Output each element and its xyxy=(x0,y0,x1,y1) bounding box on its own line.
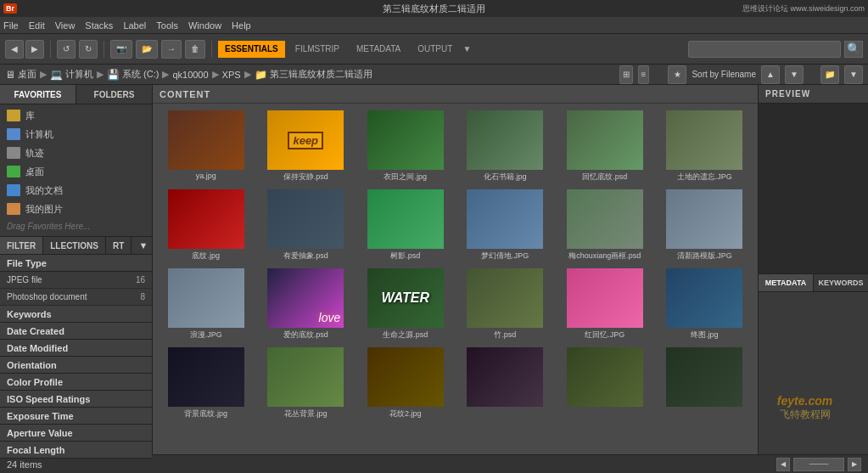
search-input[interactable] xyxy=(688,41,841,58)
fav-pictures[interactable]: 我的图片 xyxy=(0,200,152,218)
tab-filmstrip[interactable]: FILMSTRIP xyxy=(288,41,346,58)
thumb-love-abstract[interactable]: 有爱抽象.psd xyxy=(258,188,355,263)
tab-essentials[interactable]: ESSENTIALS xyxy=(218,41,285,58)
path-xps[interactable]: XPS xyxy=(222,70,241,80)
thumb-label-texture: 底纹.jpg xyxy=(192,251,220,262)
site-info: 思维设计论坛 www.siweidesign.com xyxy=(742,3,865,14)
back-button[interactable]: ◀ xyxy=(5,40,24,59)
fav-track[interactable]: 轨迹 xyxy=(0,144,152,162)
focal-header[interactable]: Focal Length xyxy=(0,442,152,459)
thumb-texture[interactable]: 底纹.jpg xyxy=(158,188,255,263)
thumb-flowers[interactable]: 花丛背景.jpg xyxy=(258,346,355,421)
thumb-love-texture[interactable]: love 爱的底纹.psd xyxy=(258,267,355,342)
exposure-header[interactable]: Exposure Time xyxy=(0,408,152,425)
sort-asc-button[interactable]: ▲ xyxy=(761,65,780,84)
thumb-ya[interactable]: ya.jpg xyxy=(158,109,255,184)
filter-psd[interactable]: Photoshop document 8 xyxy=(0,289,152,306)
tab-metadata[interactable]: METADATA xyxy=(350,41,407,58)
thumb-extra1[interactable] xyxy=(457,346,554,421)
thumb-red-memory[interactable]: 红回忆.JPG xyxy=(557,267,653,342)
star-button[interactable]: ★ xyxy=(668,65,686,84)
filter-tab-collections[interactable]: LLECTIONS xyxy=(43,237,106,254)
path-computer[interactable]: 💻 计算机 xyxy=(50,68,93,81)
menu-view[interactable]: View xyxy=(55,20,76,31)
thumb-bamboo[interactable]: 竹.psd xyxy=(457,267,554,342)
thumb-plum[interactable]: 梅chouxiang画框.psd xyxy=(557,188,653,263)
filter-tab-filter[interactable]: FILTER xyxy=(0,237,43,254)
thumb-end[interactable]: 终图.jpg xyxy=(657,267,753,342)
thumb-soil[interactable]: 土地的遗忘.JPG xyxy=(657,109,753,184)
status-icon-1[interactable]: ◀ xyxy=(776,458,790,471)
tab-folders[interactable]: FOLDERS xyxy=(76,85,152,104)
thumb-label-peace: 保持安静.psd xyxy=(283,172,328,183)
open-in-camera-button[interactable]: 📷 xyxy=(110,40,132,59)
filter-tab-rt[interactable]: RT xyxy=(106,237,132,254)
tab-favorites[interactable]: FAVORITES xyxy=(0,85,76,104)
thumb-img-plum xyxy=(567,189,643,249)
path-qk10000[interactable]: qk10000 xyxy=(172,70,208,80)
orientation-header[interactable]: Orientation xyxy=(0,357,152,374)
thumb-fossil[interactable]: 化石书籍.jpg xyxy=(457,109,554,184)
toolbar: ◀ ▶ ↺ ↻ 📷 📂 → 🗑 ESSENTIALS FILMSTRIP MET… xyxy=(0,34,868,65)
thumb-peace[interactable]: keep 保持安静.psd xyxy=(258,109,355,184)
filter-tab-more[interactable]: ▼ xyxy=(135,237,152,254)
fav-library[interactable]: 库 xyxy=(0,106,152,125)
tab-keywords-right[interactable]: KEYWORDS xyxy=(814,274,868,291)
psd-count: 8 xyxy=(140,292,145,301)
thumb-img-extra1 xyxy=(467,347,543,407)
view-list-button[interactable]: ≡ xyxy=(638,65,650,84)
more-button[interactable]: ▼ xyxy=(844,65,863,84)
thumb-img-field xyxy=(367,110,444,170)
move-button[interactable]: → xyxy=(161,40,182,59)
menu-edit[interactable]: Edit xyxy=(29,20,45,31)
menu-window[interactable]: Window xyxy=(188,20,221,31)
filter-section: File Type JPEG file 16 Photoshop documen… xyxy=(0,255,152,459)
aperture-header[interactable]: Aperture Value xyxy=(0,425,152,442)
fav-computer[interactable]: 计算机 xyxy=(0,125,152,144)
thumb-life[interactable]: WATER 生命之源.psd xyxy=(357,267,454,342)
file-type-header[interactable]: File Type xyxy=(0,255,152,272)
rotate-right-button[interactable]: ↻ xyxy=(79,40,98,59)
thumb-bg-texture[interactable]: 背景底纹.jpg xyxy=(158,346,255,421)
fav-documents[interactable]: 我的文档 xyxy=(0,181,152,200)
date-modified-header[interactable]: Date Modified xyxy=(0,340,152,357)
status-icon-2[interactable]: ▶ xyxy=(848,458,861,471)
keywords-header[interactable]: Keywords xyxy=(0,306,152,323)
thumb-pattern2[interactable]: 花纹2.jpg xyxy=(357,346,454,421)
thumb-tree[interactable]: 树影.psd xyxy=(357,188,454,263)
thumb-memory[interactable]: 回忆底纹.psd xyxy=(557,109,653,184)
color-profile-header[interactable]: Color Profile xyxy=(0,374,152,391)
thumb-romantic[interactable]: 浪漫.JPG xyxy=(158,267,255,342)
path-drive-label: 系统 (C:) xyxy=(122,68,159,81)
tab-metadata-right[interactable]: METADATA xyxy=(759,274,814,291)
menu-file[interactable]: File xyxy=(3,20,19,31)
thumb-field[interactable]: 衣田之间.jpg xyxy=(357,109,454,184)
open-button[interactable]: 📂 xyxy=(136,40,158,59)
path-drive[interactable]: 💾 系统 (C:) xyxy=(107,68,159,81)
menu-tools[interactable]: Tools xyxy=(156,20,178,31)
path-current[interactable]: 📁 第三辑底纹材质二辑适用 xyxy=(255,68,372,81)
menu-help[interactable]: Help xyxy=(232,20,251,31)
menu-stacks[interactable]: Stacks xyxy=(85,20,113,31)
folder-button[interactable]: 📁 xyxy=(820,65,839,84)
iso-header[interactable]: ISO Speed Ratings xyxy=(0,391,152,408)
search-submit-button[interactable]: 🔍 xyxy=(844,41,863,58)
view-grid-button[interactable]: ⊞ xyxy=(619,65,633,84)
thumb-extra3[interactable] xyxy=(657,346,753,421)
menu-label[interactable]: Label xyxy=(123,20,146,31)
rotate-left-button[interactable]: ↺ xyxy=(57,40,76,59)
fav-desktop[interactable]: 桌面 xyxy=(0,162,152,181)
thumb-fresh[interactable]: 清新路模版.JPG xyxy=(657,188,753,263)
filter-jpeg[interactable]: JPEG file 16 xyxy=(0,272,152,289)
thumb-dream[interactable]: 梦幻倩地.JPG xyxy=(457,188,554,263)
preview-label: PREVIEW xyxy=(765,89,810,99)
thumb-extra2[interactable] xyxy=(557,346,653,421)
sort-desc-button[interactable]: ▼ xyxy=(785,65,804,84)
preview-header: PREVIEW xyxy=(759,85,868,104)
status-slider[interactable]: ──── xyxy=(793,458,844,471)
path-desktop[interactable]: 🖥 桌面 xyxy=(5,68,36,81)
date-created-header[interactable]: Date Created xyxy=(0,323,152,340)
tab-output[interactable]: OUTPUT xyxy=(411,41,459,58)
forward-button[interactable]: ▶ xyxy=(25,40,44,59)
delete-button[interactable]: 🗑 xyxy=(185,40,205,59)
